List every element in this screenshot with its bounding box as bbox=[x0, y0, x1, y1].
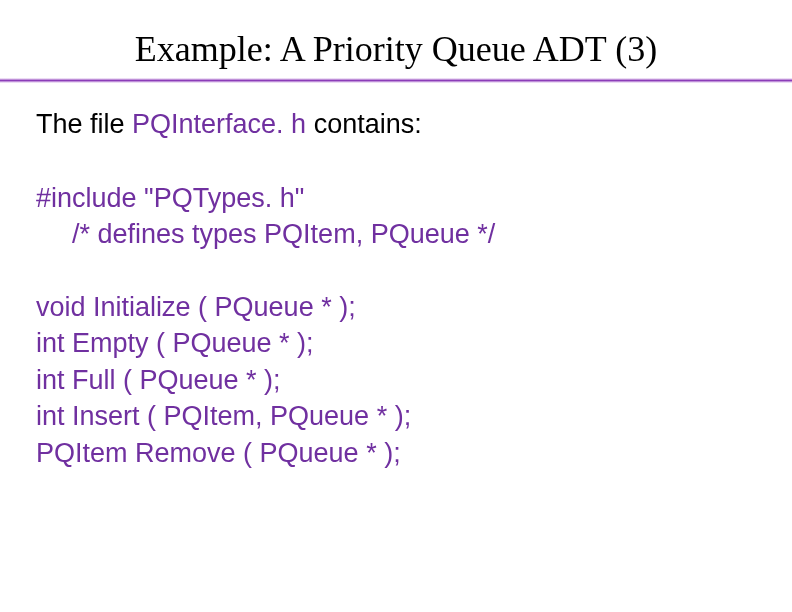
code-fn-full: int Full ( PQueue * ); bbox=[36, 362, 756, 398]
code-fn-insert: int Insert ( PQItem, PQueue * ); bbox=[36, 398, 756, 434]
code-include: #include "PQTypes. h" bbox=[36, 180, 756, 216]
code-fn-initialize: void Initialize ( PQueue * ); bbox=[36, 289, 756, 325]
code-comment: /* defines types PQItem, PQueue */ bbox=[36, 216, 756, 252]
slide-title: Example: A Priority Queue ADT (3) bbox=[0, 0, 792, 70]
code-fn-remove: PQItem Remove ( PQueue * ); bbox=[36, 435, 756, 471]
intro-suffix: contains: bbox=[306, 109, 422, 139]
code-fn-empty: int Empty ( PQueue * ); bbox=[36, 325, 756, 361]
intro-line: The file PQInterface. h contains: bbox=[36, 109, 756, 140]
slide-content: The file PQInterface. h contains: #inclu… bbox=[0, 83, 792, 471]
intro-prefix: The file bbox=[36, 109, 132, 139]
code-block: #include "PQTypes. h" /* defines types P… bbox=[36, 180, 756, 471]
intro-filename: PQInterface. h bbox=[132, 109, 306, 139]
spacer bbox=[36, 253, 756, 289]
